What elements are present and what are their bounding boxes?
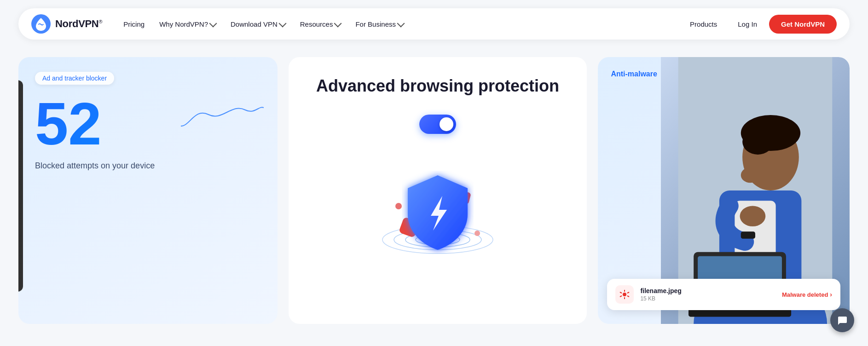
chevron-down-icon [397,19,405,27]
logo-text: NordVPN® [55,18,102,30]
chevron-down-icon [278,19,286,27]
toggle-container [419,115,456,134]
browsing-protection-card: Advanced browsing protection [289,57,587,324]
chevron-down-icon [209,19,217,27]
nav-item-for-business[interactable]: For Business [349,17,410,32]
wave-chart [181,94,264,140]
svg-line-21 [620,292,622,293]
nav-right: Products Log In Get NordVPN [683,15,837,34]
shield-icon [401,171,475,254]
shield-container [373,148,502,277]
nav-links: Pricing Why NordVPN? Download VPN Resour… [117,17,683,32]
danger-dot-pink [475,231,480,236]
browsing-protection-title: Advanced browsing protection [316,75,559,96]
bug-icon [619,289,630,300]
malware-chevron-icon: › [830,291,832,298]
toggle-knob [440,117,453,131]
nav-logo[interactable]: NordVPN® [31,14,102,34]
main-content: Ad and tracker blocker 52 Blocked attemp… [0,48,868,342]
malware-status: Malware deleted › [782,291,832,298]
svg-line-22 [627,296,629,297]
svg-point-18 [623,293,626,296]
blocked-description: Blocked attempts on your device [35,161,261,171]
ad-tracker-badge: Ad and tracker blocker [35,72,114,85]
anti-malware-card: Anti-malware [598,57,850,324]
nav-login-button[interactable]: Log In [731,17,764,32]
chat-icon [837,315,848,326]
svg-point-12 [740,206,766,226]
malware-filesize: 15 KB [640,295,775,302]
ad-tracker-card: Ad and tracker blocker 52 Blocked attemp… [18,57,278,324]
svg-rect-14 [741,231,755,239]
device-frame-left [18,80,23,292]
nav-item-why-nordvpn[interactable]: Why NordVPN? [153,17,222,32]
chevron-down-icon [334,19,342,27]
svg-line-24 [627,292,629,293]
svg-point-13 [741,167,759,183]
nav-item-pricing[interactable]: Pricing [117,17,151,32]
nav-item-resources[interactable]: Resources [294,17,347,32]
malware-filename: filename.jpeg [640,287,775,294]
malware-notification[interactable]: filename.jpeg 15 KB Malware deleted › [607,279,840,310]
chat-button[interactable] [830,308,854,332]
nav-item-products[interactable]: Products [683,17,726,32]
svg-line-23 [620,296,622,297]
malware-file-icon [615,285,634,304]
malware-file-info: filename.jpeg 15 KB [640,287,775,302]
nordvpn-logo-icon [31,14,51,34]
navbar: NordVPN® Pricing Why NordVPN? Download V… [18,8,850,40]
nav-item-download-vpn[interactable]: Download VPN [224,17,292,32]
svg-point-11 [742,129,773,155]
get-nordvpn-button[interactable]: Get NordVPN [769,15,837,34]
protection-toggle[interactable] [419,115,456,134]
